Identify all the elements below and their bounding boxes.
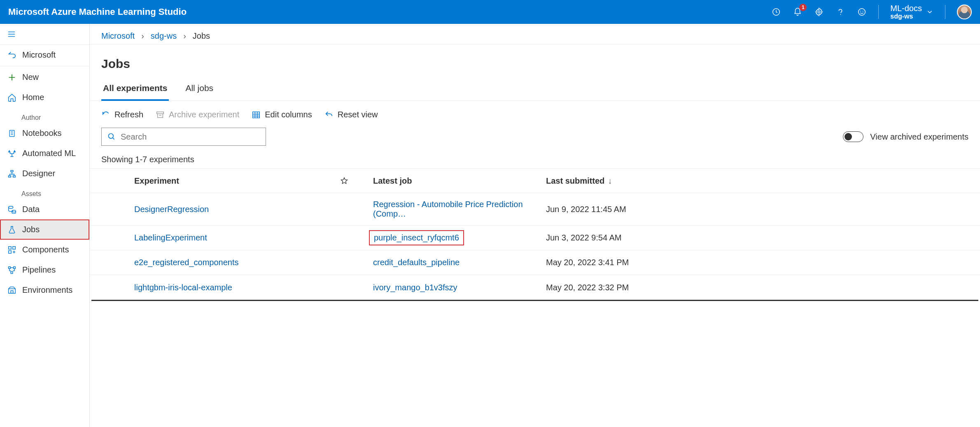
archive-experiment-button: Archive experiment (156, 110, 239, 119)
svg-rect-8 (9, 175, 11, 177)
experiment-link[interactable]: e2e_registered_components (134, 258, 239, 267)
sidebar-item-label: Automated ML (22, 149, 76, 158)
latest-job-link[interactable]: Regression - Automobile Price Prediction… (373, 200, 523, 218)
account-switcher[interactable]: ML-docs sdg-ws (890, 4, 933, 20)
table-row[interactable]: DesignerRegression Regression - Automobi… (90, 193, 980, 226)
sidebar-item-designer[interactable]: Designer (0, 163, 89, 184)
sidebar-item-new[interactable]: New (0, 67, 89, 87)
svg-rect-9 (13, 175, 16, 177)
sidebar: Microsoft New Home Author Notebooks (0, 24, 90, 427)
sidebar-item-label: Home (22, 93, 44, 102)
sidebar-item-label: New (22, 72, 39, 82)
svg-rect-13 (13, 246, 15, 249)
back-arrow-icon (7, 51, 16, 60)
clock-icon[interactable] (771, 7, 781, 17)
notification-badge: 1 (799, 4, 807, 11)
svg-point-4 (861, 11, 861, 12)
archive-icon (156, 110, 165, 119)
breadcrumb-current: Jobs (193, 31, 210, 41)
search-icon (107, 133, 116, 141)
svg-point-1 (818, 11, 821, 13)
col-favorite[interactable] (340, 177, 373, 185)
pipelines-icon (7, 266, 16, 275)
undo-icon (324, 110, 334, 119)
latest-job-link[interactable]: purple_insect_ryfqcmt6 (374, 233, 459, 242)
gear-icon[interactable] (814, 7, 824, 17)
experiments-table: Experiment Latest job Last submitted ↓ D… (90, 168, 980, 301)
breadcrumb: Microsoft › sdg-ws › Jobs (90, 24, 980, 44)
svg-point-21 (109, 134, 114, 139)
sidebar-item-label: Pipelines (22, 265, 56, 275)
sidebar-item-jobs[interactable]: Jobs (0, 219, 89, 240)
tabs: All experiments All jobs (90, 75, 980, 101)
archived-toggle[interactable] (843, 131, 863, 142)
components-icon (7, 245, 16, 254)
latest-job-link[interactable]: ivory_mango_b1v3fszy (373, 283, 457, 292)
experiment-link[interactable]: DesignerRegression (134, 205, 209, 214)
last-submitted: Jun 9, 2022 11:45 AM (546, 205, 968, 214)
page-title: Jobs (90, 44, 980, 75)
chevron-right-icon: › (141, 31, 144, 41)
sidebar-item-label: Environments (22, 285, 72, 295)
svg-rect-12 (9, 246, 11, 249)
plus-icon (7, 73, 16, 82)
latest-job-link[interactable]: credit_defaults_pipeline (373, 258, 460, 267)
table-row[interactable]: e2e_registered_components credit_default… (90, 250, 980, 275)
svg-rect-7 (11, 170, 13, 172)
archived-toggle-label: View archived experiments (870, 132, 968, 142)
smile-icon[interactable] (857, 7, 867, 17)
hamburger-icon[interactable] (0, 30, 23, 39)
last-submitted: Jun 3, 2022 9:54 AM (546, 233, 968, 243)
svg-point-3 (859, 9, 866, 16)
sidebar-section-author: Author (0, 107, 89, 123)
experiment-link[interactable]: LabelingExperiment (134, 233, 207, 242)
home-icon (7, 93, 16, 102)
svg-rect-16 (14, 266, 16, 268)
col-latest-job[interactable]: Latest job (373, 176, 546, 186)
svg-rect-6 (9, 130, 14, 136)
table-header: Experiment Latest job Last submitted ↓ (90, 168, 980, 193)
result-count: Showing 1-7 experiments (90, 146, 980, 168)
automl-icon (7, 149, 16, 158)
bell-icon[interactable]: 1 (793, 7, 803, 17)
search-input[interactable] (101, 128, 266, 146)
table-row[interactable]: LabelingExperiment purple_insect_ryfqcmt… (90, 226, 980, 250)
reset-view-button[interactable]: Reset view (324, 110, 378, 119)
svg-rect-15 (9, 266, 11, 268)
svg-point-10 (9, 206, 13, 208)
sidebar-back[interactable]: Microsoft (0, 45, 89, 65)
sidebar-item-components[interactable]: Components (0, 240, 89, 260)
flask-icon (7, 225, 16, 234)
notebook-icon (7, 129, 16, 138)
data-icon (7, 205, 16, 214)
sidebar-item-home[interactable]: Home (0, 87, 89, 107)
svg-rect-14 (9, 250, 11, 253)
table-row[interactable]: lightgbm-iris-local-example ivory_mango_… (90, 275, 980, 300)
experiment-link[interactable]: lightgbm-iris-local-example (134, 283, 232, 292)
edit-columns-button[interactable]: Edit columns (252, 110, 312, 119)
sidebar-item-pipelines[interactable]: Pipelines (0, 260, 89, 280)
content: Microsoft › sdg-ws › Jobs Jobs All exper… (90, 24, 980, 427)
toolbar: Refresh Archive experiment Edit columns … (90, 101, 980, 124)
sidebar-item-label: Jobs (22, 225, 40, 234)
svg-rect-19 (157, 112, 164, 114)
tab-all-jobs[interactable]: All jobs (184, 75, 215, 100)
avatar[interactable] (957, 5, 972, 19)
help-icon[interactable] (835, 7, 845, 17)
refresh-button[interactable]: Refresh (101, 110, 143, 119)
sidebar-item-automl[interactable]: Automated ML (0, 143, 89, 163)
sidebar-item-data[interactable]: Data (0, 199, 89, 219)
col-last-submitted[interactable]: Last submitted ↓ (546, 176, 968, 186)
sidebar-item-notebooks[interactable]: Notebooks (0, 123, 89, 143)
sidebar-item-environments[interactable]: Environments (0, 280, 89, 300)
breadcrumb-workspace[interactable]: sdg-ws (151, 31, 177, 41)
tab-all-experiments[interactable]: All experiments (101, 75, 169, 100)
breadcrumb-root[interactable]: Microsoft (101, 31, 135, 41)
designer-icon (7, 169, 16, 178)
sidebar-item-label: Designer (22, 169, 55, 178)
search-field[interactable] (121, 132, 260, 142)
account-secondary: sdg-ws (890, 13, 922, 20)
environments-icon (7, 286, 16, 295)
col-experiment[interactable]: Experiment (134, 176, 340, 186)
account-primary: ML-docs (890, 4, 922, 13)
